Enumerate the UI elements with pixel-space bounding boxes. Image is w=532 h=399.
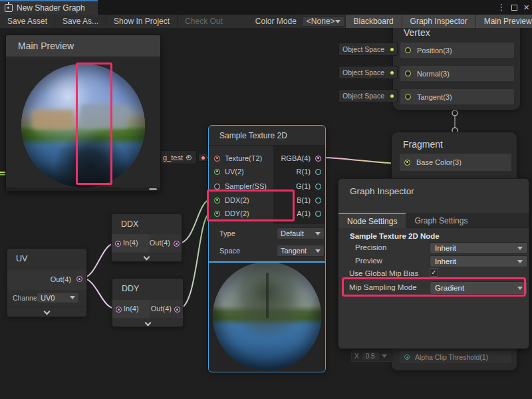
color-mode-dropdown[interactable]: <None> (302, 16, 345, 27)
main-preview-toggle[interactable]: Main Preview (475, 15, 532, 28)
chevron-down-icon (517, 260, 523, 263)
uv-output-row: Out(4) (7, 269, 86, 290)
alpha-clip-port[interactable] (404, 354, 410, 360)
r-output-row: R(1) (297, 166, 321, 178)
sample-texture-title: Sample Texture 2D (219, 131, 287, 140)
vertex-node[interactable]: Vertex Position(3) Normal(3) Tangent(3) (392, 19, 521, 110)
rgba-output-port[interactable] (315, 156, 321, 162)
texture-property-output-stub[interactable] (198, 153, 207, 162)
ddx-collapse-button[interactable] (112, 253, 182, 263)
show-in-project-button[interactable]: Show In Project (106, 15, 178, 28)
resize-grip[interactable] (149, 188, 157, 190)
vertex-position-slot: Position(3) (400, 43, 514, 58)
chevron-down-icon (335, 20, 340, 23)
mip-bias-checkbox[interactable]: ✓ (430, 268, 438, 277)
chevron-down-icon (517, 247, 523, 250)
alpha-default-value-widget[interactable]: X 0.5 (351, 350, 394, 362)
chevron-down-icon (44, 308, 51, 315)
value-field[interactable]: 0.5 (362, 352, 379, 360)
b-output-port[interactable] (315, 198, 321, 203)
main-preview-body (6, 57, 160, 191)
wire-ddy-to-sample[interactable] (179, 213, 211, 309)
blackboard-toggle[interactable]: Blackboard (345, 15, 402, 28)
texture-property-label: g_test (163, 154, 183, 162)
uv-channel-label: Channe (13, 294, 37, 302)
connector-top-dot (452, 110, 458, 116)
ddx-in-port[interactable] (115, 241, 121, 247)
object-space-selector-position[interactable]: Object Space (338, 43, 398, 56)
uv-out-port[interactable] (76, 276, 82, 282)
shader-graph-tab[interactable]: New Shader Graph (0, 0, 98, 15)
a-output-label: A(1) (297, 209, 311, 217)
ddy-collapse-button[interactable] (112, 319, 183, 328)
chevron-down-icon (315, 232, 321, 235)
uv-node[interactable]: UV Out(4) Channe UV0 (7, 248, 87, 317)
uv-collapse-button[interactable] (7, 307, 86, 317)
object-space-selector-tangent[interactable]: Object Space (338, 89, 398, 102)
vertex-normal-slot: Normal(3) (400, 66, 514, 81)
chevron-down-icon (382, 354, 387, 358)
node-preview-area (209, 263, 325, 372)
tangent-input-port[interactable] (405, 94, 411, 100)
main-preview-panel[interactable]: Main Preview (5, 35, 161, 192)
vertex-node-title: Vertex (404, 27, 430, 38)
chevron-down-icon (144, 319, 151, 326)
g-output-row: G(1) (296, 180, 321, 192)
save-asset-button[interactable]: Save Asset (0, 15, 55, 28)
sample-texture-2d-node[interactable]: Sample Texture 2D Texture(T2) UV(2) Samp… (208, 125, 326, 372)
preview-dropdown[interactable]: Inherit (430, 255, 528, 267)
ddx-out-port[interactable] (174, 241, 180, 247)
uv-out-label: Out(4) (51, 275, 71, 283)
position-input-port[interactable] (405, 47, 411, 53)
uv-input-port[interactable] (214, 169, 220, 175)
space-value: Tangent (281, 247, 307, 255)
g-output-label: G(1) (296, 182, 311, 190)
object-space-label: Object Space (342, 45, 384, 53)
graph-inspector-toggle[interactable]: Graph Inspector (402, 15, 475, 28)
b-output-label: B(1) (297, 196, 311, 204)
maximize-icon[interactable] (511, 5, 517, 11)
graph-inspector-panel[interactable]: Graph Inspector Node Settings Graph Sett… (338, 178, 529, 349)
texture-input-port[interactable] (214, 156, 220, 162)
uv-channel-value: UV0 (41, 294, 55, 302)
object-space-label: Object Space (342, 68, 384, 76)
kebab-menu-icon[interactable]: ⋮ (497, 0, 505, 15)
save-as-button[interactable]: Save As... (55, 15, 106, 28)
wire-ddx-to-sample[interactable] (178, 200, 211, 243)
ddy-out-port[interactable] (174, 307, 180, 313)
uv-channel-dropdown[interactable]: UV0 (37, 292, 79, 303)
highlight-box-ddx-ddy (207, 190, 295, 221)
space-dropdown[interactable]: Tangent (277, 245, 325, 257)
texture-property-node[interactable]: g_test (159, 150, 197, 164)
uv-input-label: UV(2) (225, 168, 244, 176)
highlight-box-preview (76, 63, 112, 185)
r-output-port[interactable] (315, 169, 321, 175)
main-preview-bottom-bar (6, 188, 160, 191)
sampler-input-port[interactable] (214, 184, 220, 190)
g-output-port[interactable] (315, 184, 321, 190)
base-color-port[interactable] (404, 160, 410, 166)
chevron-down-icon (70, 296, 75, 299)
main-preview-title: Main Preview (18, 41, 74, 51)
object-space-selector-normal[interactable]: Object Space (338, 66, 398, 79)
ddy-in-label: In(4) (124, 305, 139, 313)
ddy-node[interactable]: DDY In(4) Out(4) (112, 278, 184, 327)
main-preview-header[interactable]: Main Preview (6, 35, 160, 57)
texture-property-port[interactable] (186, 155, 192, 160)
toolbar: Save Asset Save As... Show In Project Ch… (0, 15, 532, 28)
node-preview-sphere (213, 263, 321, 370)
ddx-node-title: DDX (121, 219, 138, 229)
r-output-label: R(1) (297, 168, 311, 176)
ddy-in-port[interactable] (116, 307, 122, 313)
precision-dropdown[interactable]: Inherit (430, 242, 528, 254)
sample-texture-header[interactable]: Sample Texture 2D (209, 126, 325, 146)
close-icon[interactable]: × (523, 0, 529, 15)
type-dropdown[interactable]: Default (277, 227, 325, 239)
tab-graph-settings[interactable]: Graph Settings (406, 213, 476, 228)
ddx-io-row: In(4) Out(4) (112, 234, 182, 253)
tab-node-settings[interactable]: Node Settings (338, 213, 406, 228)
color-mode-value: <None> (307, 17, 335, 26)
ddx-node[interactable]: DDX In(4) Out(4) (111, 213, 182, 262)
a-output-port[interactable] (315, 211, 321, 217)
normal-input-port[interactable] (405, 70, 411, 76)
